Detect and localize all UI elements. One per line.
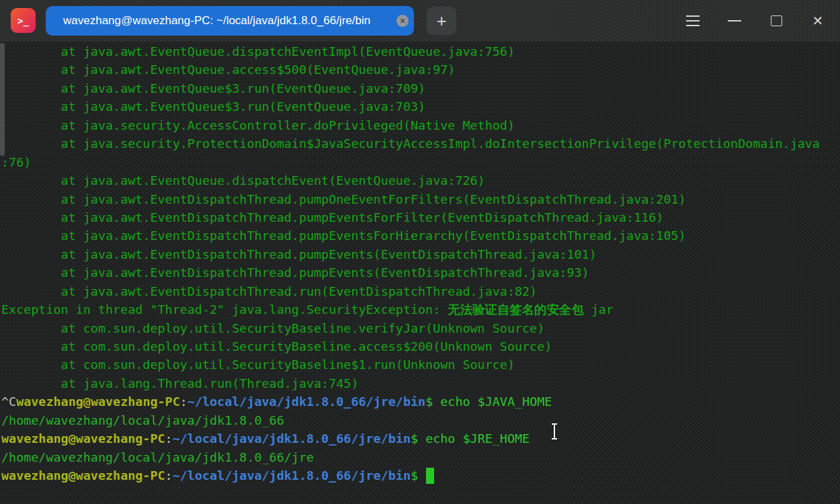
terminal-text-segment: ~/local/java/jdk1.8.0_66/jre/bin [187, 394, 425, 409]
terminal-text-segment: at java.awt.EventDispatchThread.pumpEven… [1, 247, 597, 261]
terminal-text-segment: 无法验证自签名的安全包 [448, 302, 583, 317]
terminal-line: at java.awt.EventDispatchThread.pumpEven… [1, 245, 840, 263]
terminal-text-segment: Exception in thread "Thread-2" java.lang… [1, 302, 448, 317]
terminal-line: ^Cwavezhang@wavezhang-PC:~/local/java/jd… [1, 392, 840, 411]
tab-title: wavezhang@wavezhang-PC: ~/local/java/jdk… [46, 14, 414, 28]
new-tab-button[interactable]: + [427, 7, 456, 35]
maximize-icon [771, 15, 782, 26]
terminal-text-segment: at java.lang.Thread.run(Thread.java:745) [1, 376, 358, 390]
terminal-text-segment: /home/wavezhang/local/java/jdk1.8.0_66 [1, 413, 284, 427]
terminal-text-segment: at java.security.ProtectionDomain$JavaSe… [1, 136, 820, 151]
terminal-text-segment: $ echo $JRE_HOME [411, 431, 530, 446]
terminal-line: at java.awt.EventQueue$3.run(EventQueue.… [1, 97, 840, 116]
terminal-text-segment: wavezhang@wavezhang-PC [1, 431, 165, 446]
terminal-text-segment: at java.awt.EventQueue.access$500(EventQ… [1, 62, 455, 77]
window-controls: ✕ [672, 0, 840, 42]
terminal-text-segment: : [180, 394, 187, 409]
terminal-line: at java.awt.EventDispatchThread.pumpEven… [1, 263, 840, 282]
terminal-text-segment: :76) [1, 155, 31, 169]
terminal-line: at java.awt.EventQueue.dispatchEvent(Eve… [1, 171, 840, 190]
terminal-line: at java.awt.EventDispatchThread.run(Even… [1, 282, 840, 300]
terminal-line: at java.awt.EventQueue.dispatchEventImpl… [1, 42, 840, 60]
terminal-line: at java.awt.EventDispatchThread.pumpOneE… [1, 190, 840, 208]
terminal-line: wavezhang@wavezhang-PC:~/local/java/jdk1… [1, 466, 840, 485]
terminal-line: at com.sun.deploy.util.SecurityBaseline.… [1, 337, 840, 355]
close-icon: ✕ [812, 13, 824, 29]
terminal-text-segment: at java.awt.EventDispatchThread.pumpOneE… [1, 192, 686, 206]
close-button[interactable]: ✕ [797, 0, 839, 42]
terminal-text-segment: at java.security.AccessController.doPriv… [1, 118, 515, 132]
terminal-text-segment: ~/local/java/jdk1.8.0_66/jre/bin [173, 431, 411, 446]
terminal-text-segment: ^C [1, 394, 16, 409]
terminal-text-segment: wavezhang@wavezhang-PC [16, 394, 180, 409]
terminal-text-segment: /home/wavezhang/local/java/jdk1.8.0_66/j… [1, 450, 314, 464]
terminal-text-segment: at java.awt.EventDispatchThread.run(Even… [1, 284, 537, 298]
terminal-line: at java.awt.EventDispatchThread.pumpEven… [1, 226, 840, 245]
terminal-line: /home/wavezhang/local/java/jdk1.8.0_66/j… [1, 448, 840, 466]
tab-close-button[interactable]: ✕ [396, 15, 409, 27]
terminal-text-segment: : [165, 431, 173, 446]
terminal-text-segment: ~/local/java/jdk1.8.0_66/jre/bin [173, 468, 411, 482]
terminal-line: at java.security.AccessController.doPriv… [1, 116, 840, 134]
maximize-button[interactable] [755, 0, 797, 42]
terminal-text-segment: at java.awt.EventQueue$3.run(EventQueue.… [1, 81, 425, 95]
terminal-app-icon: >_ [11, 8, 36, 33]
terminal-line: at java.awt.EventQueue.access$500(EventQ… [1, 60, 840, 79]
terminal-text-segment: at java.awt.EventDispatchThread.pumpEven… [1, 228, 686, 243]
terminal-line: at java.security.ProtectionDomain$JavaSe… [1, 134, 840, 153]
terminal-text-segment: at java.awt.EventQueue$3.run(EventQueue.… [1, 99, 425, 114]
terminal-line: at com.sun.deploy.util.SecurityBaseline$… [1, 355, 840, 374]
terminal-line: at java.awt.EventDispatchThread.pumpEven… [1, 208, 840, 226]
terminal-text-segment: $ [411, 468, 425, 482]
terminal-cursor [426, 468, 434, 484]
terminal-text-segment: at java.awt.EventDispatchThread.pumpEven… [1, 210, 663, 224]
terminal-line: at com.sun.deploy.util.SecurityBaseline.… [1, 319, 840, 337]
terminal-line: Exception in thread "Thread-2" java.lang… [1, 300, 840, 319]
terminal-text-segment: at com.sun.deploy.util.SecurityBaseline$… [1, 358, 515, 372]
text-cursor-pointer [550, 423, 559, 440]
terminal-line: at java.lang.Thread.run(Thread.java:745) [1, 374, 840, 392]
terminal-text-segment: wavezhang@wavezhang-PC [1, 468, 165, 482]
scrollbar-thumb[interactable] [0, 43, 5, 156]
terminal-text-segment: at com.sun.deploy.util.SecurityBaseline.… [1, 321, 544, 335]
terminal-text-segment: $ echo $JAVA_HOME [425, 394, 552, 409]
terminal-text-segment: at java.awt.EventQueue.dispatchEvent(Eve… [1, 173, 485, 187]
terminal-line: wavezhang@wavezhang-PC:~/local/java/jdk1… [1, 429, 840, 448]
terminal-screen[interactable]: at java.awt.EventQueue.dispatchEventImpl… [0, 42, 840, 504]
terminal-prompt-icon: >_ [17, 15, 29, 26]
hamburger-icon [686, 15, 700, 26]
close-icon: ✕ [399, 17, 405, 25]
title-bar: >_ wavezhang@wavezhang-PC: ~/local/java/… [0, 0, 840, 42]
terminal-output: at java.awt.EventQueue.dispatchEventImpl… [0, 42, 840, 485]
terminal-line: :76) [1, 153, 840, 171]
terminal-text-segment: at java.awt.EventDispatchThread.pumpEven… [1, 265, 589, 280]
terminal-line: /home/wavezhang/local/java/jdk1.8.0_66 [1, 411, 840, 429]
terminal-window: >_ wavezhang@wavezhang-PC: ~/local/java/… [0, 0, 840, 504]
tab-active[interactable]: wavezhang@wavezhang-PC: ~/local/java/jdk… [46, 6, 414, 36]
minimize-button[interactable] [714, 0, 755, 42]
minimize-icon [728, 20, 741, 22]
plus-icon: + [436, 11, 446, 32]
terminal-line: at java.awt.EventQueue$3.run(EventQueue.… [1, 79, 840, 97]
terminal-text-segment: jar [584, 302, 614, 317]
terminal-text-segment: : [165, 468, 173, 482]
menu-button[interactable] [672, 0, 714, 42]
terminal-text-segment: at com.sun.deploy.util.SecurityBaseline.… [1, 339, 552, 353]
terminal-text-segment: at java.awt.EventQueue.dispatchEventImpl… [1, 44, 515, 58]
